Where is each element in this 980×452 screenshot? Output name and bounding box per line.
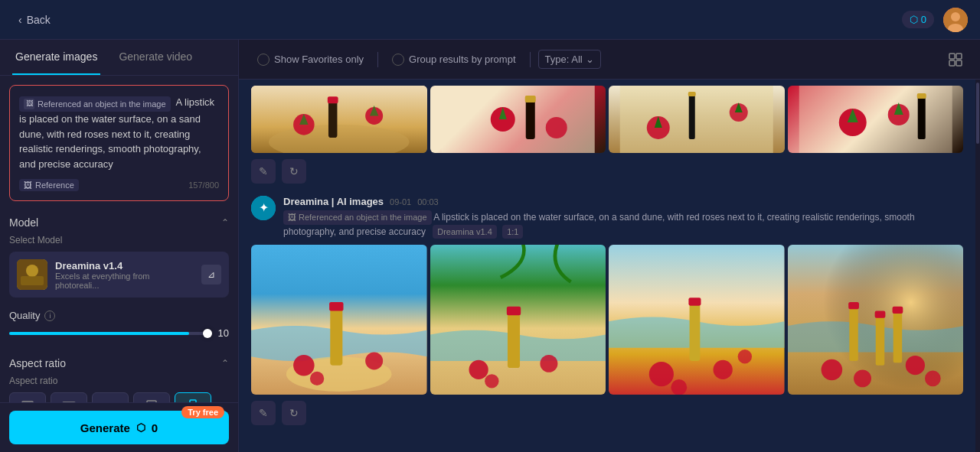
regenerate-button-top[interactable]: ↻	[282, 159, 306, 184]
svg-rect-71	[893, 308, 901, 363]
list-item[interactable]	[430, 86, 606, 153]
bottom-action-row: ✎ ↻	[251, 401, 963, 425]
show-favorites-toggle[interactable]: Show Favorites only	[251, 50, 370, 69]
svg-point-73	[821, 359, 842, 381]
svg-rect-11	[949, 54, 955, 59]
reference-tag[interactable]: 🖼 Reference	[19, 179, 79, 191]
type-select[interactable]: Type: All ⌄	[538, 50, 601, 69]
group-results-checkbox	[392, 54, 404, 66]
svg-rect-48	[329, 302, 343, 311]
svg-rect-60	[688, 298, 701, 305]
quality-slider[interactable]	[9, 332, 209, 335]
group-results-toggle[interactable]: Group results by prompt	[386, 50, 521, 69]
generate-label: Generate	[80, 421, 130, 434]
edit-button-bottom[interactable]: ✎	[251, 401, 276, 425]
svg-rect-69	[875, 313, 884, 366]
model-card[interactable]: Dreamina v1.4 Excels at everything from …	[9, 252, 229, 298]
model-label: Model	[9, 216, 38, 229]
svg-rect-36	[799, 86, 952, 153]
svg-rect-47	[330, 304, 342, 365]
aspect-btn-1-1[interactable]	[9, 392, 46, 402]
coins-icon: ⬡	[910, 14, 918, 25]
gen-entry-header: ✦ Dreamina | AI images 09-01 00:03	[251, 196, 963, 239]
sidebar-content: 🖼 Referenced an object in the image A li…	[0, 76, 238, 402]
list-item[interactable]	[788, 86, 964, 153]
prompt-tag: 🖼 Referenced an object in the image	[19, 96, 171, 112]
gen-time: 00:03	[417, 197, 439, 206]
aspect-btn-9-16[interactable]	[175, 392, 211, 402]
gen-date: 09-01	[390, 197, 411, 206]
svg-rect-54	[506, 307, 520, 315]
generate-coins-icon: ⬡	[136, 421, 145, 434]
quality-section: Quality i 10	[9, 310, 229, 339]
coins-badge: ⬡ 0	[902, 11, 934, 28]
top-bar: ‹ Back ⬡ 0	[0, 0, 980, 40]
content-area: Show Favorites only Group results by pro…	[239, 40, 980, 452]
back-button[interactable]: ‹ Back	[12, 11, 57, 29]
list-item[interactable]	[251, 86, 427, 153]
svg-point-64	[738, 350, 752, 363]
gen-model-tag: Dreamina v1.4	[433, 225, 497, 239]
list-item[interactable]	[609, 245, 785, 395]
svg-rect-14	[956, 60, 962, 66]
prompt-bottom: 🖼 Reference 157/800	[19, 179, 219, 191]
main-layout: Generate images Generate video 🖼 Referen…	[0, 40, 980, 452]
list-item[interactable]	[609, 86, 785, 153]
model-section: Model ⌃ Select Model Dreamina v1.4 E	[9, 210, 229, 298]
regenerate-button-bottom[interactable]: ↻	[282, 401, 306, 425]
svg-point-75	[905, 356, 924, 375]
tab-generate-images[interactable]: Generate images	[12, 40, 100, 75]
aspect-ratio-header[interactable]: Aspect ratio ⌃	[9, 351, 229, 376]
svg-rect-70	[874, 311, 885, 318]
svg-rect-5	[21, 276, 44, 285]
model-adjust-button[interactable]: ⊿	[201, 265, 221, 285]
quality-value: 10	[217, 327, 229, 339]
svg-point-4	[26, 265, 38, 277]
svg-point-50	[365, 352, 383, 369]
svg-rect-59	[690, 300, 701, 361]
try-free-badge: Try free	[181, 406, 224, 418]
aspect-btn-4-3[interactable]	[51, 392, 87, 402]
edit-button-top[interactable]: ✎	[251, 159, 276, 184]
scroll-area[interactable]: ✎ ↻ ✦ Dreamina | A	[239, 80, 975, 452]
aspect-btn-3-4[interactable]	[133, 392, 170, 402]
model-section-header[interactable]: Model ⌃	[9, 210, 229, 235]
generation-entry: ✦ Dreamina | AI images 09-01 00:03	[251, 196, 963, 425]
layout-toggle-button[interactable]	[943, 47, 968, 72]
svg-point-61	[649, 362, 674, 386]
svg-text:✦: ✦	[259, 201, 269, 214]
svg-point-28	[545, 117, 567, 138]
gen-ratio-tag: 1:1	[502, 225, 523, 239]
list-item[interactable]	[430, 245, 606, 395]
right-scrollbar[interactable]	[975, 80, 980, 452]
svg-point-63	[671, 379, 687, 395]
quality-slider-row: 10	[9, 327, 229, 339]
svg-point-55	[469, 360, 488, 379]
avatar[interactable]	[943, 8, 968, 32]
top-image-row	[251, 86, 963, 153]
gen-name-row: Dreamina | AI images 09-01 00:03	[283, 196, 963, 207]
prompt-text: 🖼 Referenced an object in the image A li…	[19, 95, 219, 171]
svg-rect-26	[525, 97, 534, 139]
list-item[interactable]	[251, 245, 427, 395]
list-item[interactable]	[788, 245, 964, 395]
top-right-controls: ⬡ 0	[902, 8, 968, 32]
svg-rect-29	[620, 86, 773, 153]
show-favorites-label: Show Favorites only	[274, 54, 364, 65]
content-toolbar: Show Favorites only Group results by pro…	[239, 40, 980, 80]
toolbar-divider-2	[530, 52, 531, 67]
quality-info-icon: i	[44, 311, 55, 321]
gen-meta: Dreamina | AI images 09-01 00:03 🖼 Refer…	[283, 196, 963, 239]
coins-count: 0	[921, 14, 926, 25]
prompt-box[interactable]: 🖼 Referenced an object in the image A li…	[9, 85, 229, 201]
svg-rect-12	[956, 54, 962, 59]
tab-generate-video[interactable]: Generate video	[116, 40, 195, 75]
svg-rect-27	[524, 96, 535, 102]
svg-point-62	[714, 360, 733, 379]
aspect-options	[9, 392, 229, 402]
aspect-ratio-sub-label: Aspect ratio	[9, 376, 229, 386]
scrollbar-thumb	[976, 83, 979, 144]
gen-referenced-tag: 🖼 Referenced an object in the image	[283, 210, 432, 225]
aspect-btn-16-9[interactable]	[92, 392, 129, 402]
type-chevron-icon: ⌄	[586, 54, 594, 65]
